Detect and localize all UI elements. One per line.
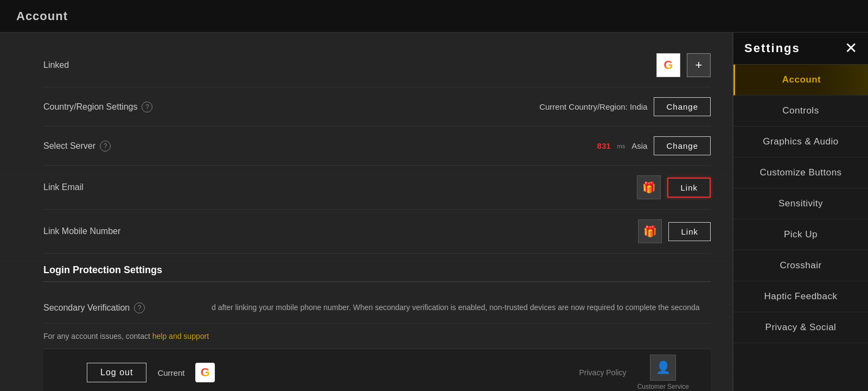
link-mobile-gift-icon: 🎁 bbox=[638, 219, 662, 243]
server-row-right: 831ms Asia Change bbox=[206, 136, 711, 155]
right-sidebar: Settings ✕ AccountControlsGraphics & Aud… bbox=[732, 33, 868, 391]
help-support-row: For any account issues, contact help and… bbox=[43, 324, 711, 349]
bottom-right: Privacy Policy 👤 Customer Service bbox=[579, 355, 689, 390]
current-label: Current bbox=[157, 368, 184, 377]
link-email-button[interactable]: Link bbox=[667, 178, 711, 198]
link-email-gift-icon: 🎁 bbox=[637, 175, 661, 199]
link-mobile-label: Link Mobile Number bbox=[43, 226, 206, 236]
bottom-bar: Log out Current G Privacy Policy 👤 Custo… bbox=[43, 349, 711, 391]
sidebar-item-sensitivity[interactable]: Sensitivity bbox=[733, 188, 868, 219]
sidebar-item-graphics-audio[interactable]: Graphics & Audio bbox=[733, 127, 868, 157]
help-support-link[interactable]: help and support bbox=[152, 332, 209, 340]
link-mobile-button[interactable]: Link bbox=[668, 222, 711, 241]
settings-title: Settings bbox=[744, 41, 800, 55]
add-linked-btn[interactable]: + bbox=[687, 53, 711, 77]
customer-service-icon: 👤 bbox=[650, 355, 676, 381]
current-google-badge: G bbox=[195, 363, 215, 382]
country-row-right: Current Country/Region: India Change bbox=[206, 97, 711, 116]
help-prefix: For any account issues, contact bbox=[43, 332, 152, 340]
sidebar-item-pick-up[interactable]: Pick Up bbox=[733, 219, 868, 250]
server-change-button[interactable]: Change bbox=[654, 136, 711, 155]
secondary-label: Secondary Verification ? bbox=[43, 302, 206, 313]
customer-service-wrap[interactable]: 👤 Customer Service bbox=[637, 355, 689, 390]
link-mobile-row-right: 🎁 Link bbox=[206, 219, 711, 243]
logout-button[interactable]: Log out bbox=[87, 363, 146, 382]
secondary-verification-row: Secondary Verification ? d after linking… bbox=[43, 293, 711, 324]
linked-label: Linked bbox=[43, 60, 206, 70]
close-settings-button[interactable]: ✕ bbox=[845, 41, 857, 56]
link-email-label: Link Email bbox=[43, 182, 206, 192]
sidebar-item-crosshair[interactable]: Crosshair bbox=[733, 250, 868, 281]
privacy-policy-link[interactable]: Privacy Policy bbox=[579, 368, 626, 377]
linked-row-right: G + bbox=[206, 53, 711, 77]
linked-row: Linked G + bbox=[43, 43, 711, 87]
country-label: Country/Region Settings ? bbox=[43, 102, 206, 112]
server-help-icon[interactable]: ? bbox=[100, 141, 111, 152]
server-ping: 831 bbox=[597, 141, 611, 150]
server-region: Asia bbox=[631, 141, 647, 150]
sidebar-item-privacy-social[interactable]: Privacy & Social bbox=[733, 312, 868, 343]
server-row: Select Server ? 831ms Asia Change bbox=[43, 127, 711, 166]
sidebar-item-account[interactable]: Account bbox=[733, 65, 868, 96]
sidebar-nav: AccountControlsGraphics & AudioCustomize… bbox=[733, 65, 868, 391]
link-email-row-right: 🎁 Link bbox=[206, 175, 711, 199]
current-google-icon: G bbox=[201, 365, 210, 380]
google-icon-btn[interactable]: G bbox=[656, 53, 680, 77]
sidebar-item-controls[interactable]: Controls bbox=[733, 96, 868, 127]
sidebar-item-customize-buttons[interactable]: Customize Buttons bbox=[733, 157, 868, 188]
server-label: Select Server ? bbox=[43, 141, 206, 152]
country-help-icon[interactable]: ? bbox=[142, 102, 152, 112]
ping-unit: ms bbox=[617, 143, 626, 149]
secondary-text: d after linking your mobile phone number… bbox=[206, 302, 711, 313]
customer-service-label: Customer Service bbox=[637, 383, 689, 390]
link-email-row: Link Email 🎁 Link bbox=[43, 166, 711, 210]
country-row: Country/Region Settings ? Current Countr… bbox=[43, 87, 711, 127]
main-layout: Linked G + Country/Region Settings ? Cur… bbox=[0, 33, 868, 391]
protection-section: Login Protection Settings Secondary Veri… bbox=[43, 254, 711, 324]
top-bar-title: Account bbox=[16, 9, 68, 23]
sidebar-item-haptic-feedback[interactable]: Haptic Feedback bbox=[733, 281, 868, 312]
secondary-help-icon[interactable]: ? bbox=[134, 302, 145, 313]
link-mobile-row: Link Mobile Number 🎁 Link bbox=[43, 210, 711, 254]
google-g-icon: G bbox=[663, 58, 673, 72]
protection-title: Login Protection Settings bbox=[43, 264, 711, 282]
top-bar: Account bbox=[0, 0, 868, 33]
sidebar-header: Settings ✕ bbox=[733, 33, 868, 65]
plus-icon: + bbox=[695, 58, 703, 72]
content-area: Linked G + Country/Region Settings ? Cur… bbox=[0, 33, 732, 391]
country-change-button[interactable]: Change bbox=[654, 97, 711, 116]
country-value: Current Country/Region: India bbox=[539, 102, 647, 111]
